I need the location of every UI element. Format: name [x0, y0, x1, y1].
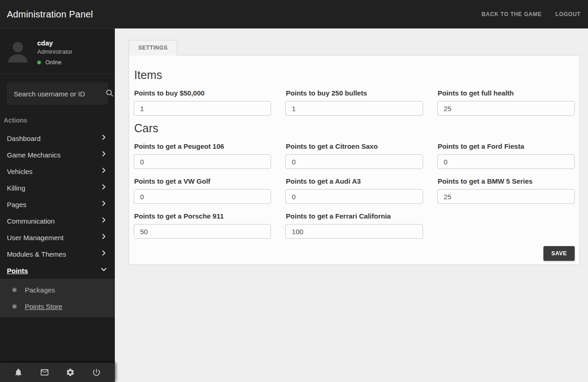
chevron-down-icon [101, 266, 107, 275]
sidebar-item-label: Vehicles [7, 168, 33, 175]
asterisk-icon [11, 303, 17, 309]
field-bmw-5-series: Points to get a BMW 5 Series [437, 177, 575, 204]
search-icon[interactable] [105, 89, 114, 99]
section-title-cars: Cars [134, 122, 574, 135]
top-bar: Administration Panel BACK TO THE GAME LO… [0, 0, 588, 28]
sidebar-item-vehicles[interactable]: Vehicles [0, 163, 115, 180]
sidebar-item-modules-themes[interactable]: Modules & Themes [0, 246, 115, 262]
points-input[interactable] [134, 189, 271, 204]
submenu-item-packages[interactable]: Packages [0, 281, 115, 298]
field-porsche-911: Points to get a Porsche 911 [134, 212, 271, 239]
avatar [5, 38, 31, 65]
field-label: Points to get full health [438, 89, 574, 97]
user-profile: cday Administrator Online [0, 29, 115, 74]
points-input[interactable] [285, 189, 423, 204]
mail-icon[interactable] [40, 368, 49, 377]
sidebar-item-label: Dashboard [7, 135, 40, 142]
field-points-bullets: Points to buy 250 bullets [285, 89, 423, 116]
save-row: SAVE [134, 246, 575, 261]
section-title-items: Items [134, 68, 574, 82]
sidebar-nav: Dashboard Game Mechanics Vehicles Killin… [0, 130, 115, 317]
sidebar-item-label: Communication [7, 217, 55, 225]
chevron-right-icon [101, 217, 107, 225]
points-input[interactable] [437, 189, 575, 204]
submenu-item-label: Packages [25, 286, 55, 294]
gear-icon[interactable] [66, 368, 75, 377]
points-input[interactable] [285, 224, 423, 239]
points-input[interactable] [134, 154, 271, 169]
chevron-right-icon [101, 200, 107, 208]
submenu-item-label: Points Store [25, 303, 62, 310]
items-fields: Points to buy $50,000 Points to buy 250 … [134, 89, 575, 116]
user-role: Administrator [37, 48, 73, 55]
logout-link[interactable]: LOGOUT [555, 11, 581, 17]
sidebar-item-pages[interactable]: Pages [0, 196, 115, 213]
user-status: Online [37, 59, 73, 66]
sidebar-footer [0, 363, 115, 382]
field-label: Points to get a Citroen Saxo [286, 142, 422, 150]
sidebar: cday Administrator Online Actions Dashbo… [0, 28, 115, 382]
sidebar-item-user-management[interactable]: User Management [0, 229, 115, 246]
points-input[interactable] [134, 224, 271, 239]
field-label: Points to get a BMW 5 Series [438, 177, 574, 185]
username: cday [37, 39, 73, 47]
field-label: Points to get a VW Golf [134, 177, 271, 185]
points-input[interactable] [437, 154, 575, 169]
sidebar-item-label: Killing [7, 184, 25, 192]
points-submenu: Packages Points Store [0, 279, 115, 317]
submenu-item-points-store[interactable]: Points Store [0, 298, 115, 315]
field-points-50000: Points to buy $50,000 [134, 89, 271, 116]
chevron-right-icon [101, 184, 107, 192]
chevron-right-icon [101, 134, 107, 142]
sidebar-item-dashboard[interactable]: Dashboard [0, 130, 115, 146]
points-input[interactable] [285, 154, 423, 169]
field-audi-a3: Points to get a Audi A3 [285, 177, 423, 204]
field-label: Points to buy 250 bullets [286, 89, 422, 97]
topbar-links: BACK TO THE GAME LOGOUT [481, 11, 588, 17]
chevron-right-icon [101, 151, 107, 159]
save-button[interactable]: SAVE [543, 246, 575, 261]
sidebar-item-label: Modules & Themes [7, 250, 66, 258]
field-vw-golf: Points to get a VW Golf [134, 177, 271, 204]
cars-fields: Points to get a Peugeot 106 Points to ge… [134, 142, 575, 239]
chevron-right-icon [101, 250, 107, 258]
sidebar-item-communication[interactable]: Communication [0, 213, 115, 229]
user-search-box[interactable] [7, 83, 108, 105]
sidebar-item-points[interactable]: Points [0, 262, 115, 279]
field-peugeot-106: Points to get a Peugeot 106 [134, 142, 271, 169]
search-input[interactable] [14, 90, 105, 98]
online-status-label: Online [45, 59, 62, 66]
sidebar-item-label: User Management [7, 234, 63, 242]
sidebar-item-label: Game Mechanics [7, 151, 61, 159]
online-status-dot [37, 61, 41, 64]
sidebar-item-game-mechanics[interactable]: Game Mechanics [0, 146, 115, 163]
field-ferrari-california: Points to get a Ferrari California [285, 212, 423, 239]
bell-icon[interactable] [14, 368, 23, 377]
field-label: Points to get a Ford Fiesta [438, 142, 574, 150]
field-label: Points to get a Audi A3 [286, 177, 422, 185]
field-label: Points to get a Ferrari California [286, 212, 422, 220]
field-citroen-saxo: Points to get a Citroen Saxo [285, 142, 423, 169]
sidebar-item-killing[interactable]: Killing [0, 180, 115, 196]
asterisk-icon [11, 287, 17, 293]
power-icon[interactable] [92, 368, 101, 377]
profile-info: cday Administrator Online [37, 38, 73, 66]
sidebar-item-label: Points [7, 267, 28, 275]
points-input[interactable] [437, 101, 575, 116]
field-points-health: Points to get full health [437, 89, 575, 116]
field-ford-fiesta: Points to get a Ford Fiesta [437, 142, 575, 169]
field-label: Points to get a Porsche 911 [134, 212, 271, 220]
chevron-right-icon [101, 233, 107, 242]
sidebar-item-label: Pages [7, 201, 27, 208]
field-label: Points to buy $50,000 [134, 89, 271, 97]
points-input[interactable] [134, 101, 271, 116]
field-label: Points to get a Peugeot 106 [134, 142, 271, 150]
actions-section-label: Actions [0, 117, 115, 124]
chevron-right-icon [101, 167, 107, 175]
settings-panel: Items Points to buy $50,000 Points to bu… [129, 55, 580, 265]
main-content: SETTINGS Items Points to buy $50,000 Poi… [115, 28, 588, 382]
app-title: Administration Panel [0, 9, 93, 20]
points-input[interactable] [285, 101, 423, 116]
tab-settings[interactable]: SETTINGS [129, 40, 177, 56]
back-to-game-link[interactable]: BACK TO THE GAME [481, 11, 542, 17]
